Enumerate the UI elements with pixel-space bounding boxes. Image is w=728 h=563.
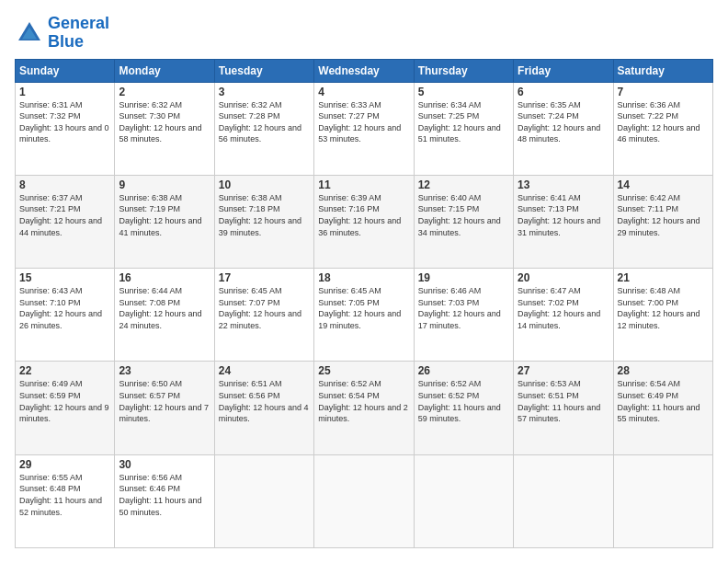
calendar-cell: [314, 454, 414, 547]
calendar-cell: 19 Sunrise: 6:46 AMSunset: 7:03 PMDaylig…: [414, 269, 513, 362]
day-number: 27: [518, 364, 609, 377]
day-info: Sunrise: 6:44 AMSunset: 7:08 PMDaylight:…: [119, 286, 201, 330]
day-info: Sunrise: 6:35 AMSunset: 7:24 PMDaylight:…: [518, 100, 600, 144]
day-number: 9: [119, 178, 210, 191]
calendar-cell: 25 Sunrise: 6:52 AMSunset: 6:54 PMDaylig…: [314, 362, 414, 454]
page: General Blue SundayMondayTuesdayWednesda…: [0, 0, 728, 563]
day-info: Sunrise: 6:39 AMSunset: 7:16 PMDaylight:…: [318, 193, 401, 237]
calendar-cell: 12 Sunrise: 6:40 AMSunset: 7:15 PMDaylig…: [414, 175, 513, 268]
logo-icon: [15, 18, 44, 48]
day-number: 2: [119, 86, 210, 98]
day-info: Sunrise: 6:34 AMSunset: 7:25 PMDaylight:…: [418, 100, 501, 144]
calendar-cell: 29 Sunrise: 6:55 AMSunset: 6:48 PMDaylig…: [16, 454, 115, 547]
calendar-cell: [214, 454, 313, 547]
calendar-cell: 5 Sunrise: 6:34 AMSunset: 7:25 PMDayligh…: [414, 82, 513, 175]
weekday-header: Friday: [514, 59, 613, 82]
logo-blue: Blue: [48, 32, 84, 51]
day-number: 4: [318, 86, 409, 98]
calendar-cell: 17 Sunrise: 6:45 AMSunset: 7:07 PMDaylig…: [214, 269, 313, 362]
header: General Blue: [15, 15, 713, 52]
weekday-header: Thursday: [414, 59, 513, 82]
day-info: Sunrise: 6:55 AMSunset: 6:48 PMDaylight:…: [19, 473, 102, 517]
calendar-cell: 27 Sunrise: 6:53 AMSunset: 6:51 PMDaylig…: [514, 362, 613, 454]
calendar-cell: 10 Sunrise: 6:38 AMSunset: 7:18 PMDaylig…: [214, 175, 313, 268]
calendar-cell: 8 Sunrise: 6:37 AMSunset: 7:21 PMDayligh…: [16, 175, 115, 268]
day-number: 7: [618, 86, 709, 98]
day-info: Sunrise: 6:47 AMSunset: 7:02 PMDaylight:…: [518, 286, 600, 330]
calendar-cell: 9 Sunrise: 6:38 AMSunset: 7:19 PMDayligh…: [115, 175, 214, 268]
day-number: 18: [318, 271, 409, 284]
day-info: Sunrise: 6:41 AMSunset: 7:13 PMDaylight:…: [518, 193, 600, 237]
day-info: Sunrise: 6:32 AMSunset: 7:30 PMDaylight:…: [119, 100, 201, 144]
calendar-cell: 4 Sunrise: 6:33 AMSunset: 7:27 PMDayligh…: [314, 82, 414, 175]
day-number: 11: [318, 178, 409, 191]
day-number: 21: [618, 271, 709, 284]
day-info: Sunrise: 6:46 AMSunset: 7:03 PMDaylight:…: [418, 286, 501, 330]
day-number: 1: [19, 86, 110, 98]
day-info: Sunrise: 6:56 AMSunset: 6:46 PMDaylight:…: [119, 473, 201, 517]
calendar-cell: 22 Sunrise: 6:49 AMSunset: 6:59 PMDaylig…: [16, 362, 115, 454]
day-number: 22: [19, 364, 110, 377]
day-info: Sunrise: 6:36 AMSunset: 7:22 PMDaylight:…: [618, 100, 700, 144]
calendar-cell: [613, 454, 712, 547]
day-number: 5: [418, 86, 509, 98]
calendar-table: SundayMondayTuesdayWednesdayThursdayFrid…: [15, 59, 713, 548]
day-info: Sunrise: 6:37 AMSunset: 7:21 PMDaylight:…: [19, 193, 102, 237]
calendar-cell: 26 Sunrise: 6:52 AMSunset: 6:52 PMDaylig…: [414, 362, 513, 454]
day-info: Sunrise: 6:51 AMSunset: 6:56 PMDaylight:…: [219, 379, 309, 423]
day-info: Sunrise: 6:33 AMSunset: 7:27 PMDaylight:…: [318, 100, 401, 144]
weekday-header: Saturday: [613, 59, 712, 82]
calendar-cell: 28 Sunrise: 6:54 AMSunset: 6:49 PMDaylig…: [613, 362, 712, 454]
day-info: Sunrise: 6:50 AMSunset: 6:57 PMDaylight:…: [119, 379, 209, 423]
day-number: 26: [418, 364, 509, 377]
day-info: Sunrise: 6:42 AMSunset: 7:11 PMDaylight:…: [618, 193, 700, 237]
day-number: 14: [618, 178, 709, 191]
day-info: Sunrise: 6:31 AMSunset: 7:32 PMDaylight:…: [19, 100, 109, 144]
weekday-header: Monday: [115, 59, 214, 82]
day-info: Sunrise: 6:53 AMSunset: 6:51 PMDaylight:…: [518, 379, 600, 423]
calendar-cell: 18 Sunrise: 6:45 AMSunset: 7:05 PMDaylig…: [314, 269, 414, 362]
day-info: Sunrise: 6:49 AMSunset: 6:59 PMDaylight:…: [19, 379, 109, 423]
day-info: Sunrise: 6:52 AMSunset: 6:52 PMDaylight:…: [418, 379, 501, 423]
day-info: Sunrise: 6:43 AMSunset: 7:10 PMDaylight:…: [19, 286, 102, 330]
weekday-header: Wednesday: [314, 59, 414, 82]
day-info: Sunrise: 6:32 AMSunset: 7:28 PMDaylight:…: [219, 100, 301, 144]
calendar-cell: 11 Sunrise: 6:39 AMSunset: 7:16 PMDaylig…: [314, 175, 414, 268]
day-number: 16: [119, 271, 210, 284]
calendar-cell: 15 Sunrise: 6:43 AMSunset: 7:10 PMDaylig…: [16, 269, 115, 362]
calendar-cell: 21 Sunrise: 6:48 AMSunset: 7:00 PMDaylig…: [613, 269, 712, 362]
day-number: 13: [518, 178, 609, 191]
day-info: Sunrise: 6:38 AMSunset: 7:18 PMDaylight:…: [219, 193, 301, 237]
calendar-cell: 1 Sunrise: 6:31 AMSunset: 7:32 PMDayligh…: [16, 82, 115, 175]
day-info: Sunrise: 6:52 AMSunset: 6:54 PMDaylight:…: [318, 379, 408, 423]
day-number: 19: [418, 271, 509, 284]
calendar-cell: 6 Sunrise: 6:35 AMSunset: 7:24 PMDayligh…: [514, 82, 613, 175]
day-info: Sunrise: 6:54 AMSunset: 6:49 PMDaylight:…: [618, 379, 700, 423]
day-number: 17: [219, 271, 310, 284]
day-number: 28: [618, 364, 709, 377]
day-info: Sunrise: 6:38 AMSunset: 7:19 PMDaylight:…: [119, 193, 201, 237]
calendar-cell: 2 Sunrise: 6:32 AMSunset: 7:30 PMDayligh…: [115, 82, 214, 175]
day-info: Sunrise: 6:45 AMSunset: 7:07 PMDaylight:…: [219, 286, 301, 330]
day-number: 15: [19, 271, 110, 284]
calendar-cell: 13 Sunrise: 6:41 AMSunset: 7:13 PMDaylig…: [514, 175, 613, 268]
logo-general: General: [48, 14, 109, 32]
day-number: 8: [19, 178, 110, 191]
weekday-header: Sunday: [16, 59, 115, 82]
day-number: 23: [119, 364, 210, 377]
day-number: 12: [418, 178, 509, 191]
calendar-cell: 24 Sunrise: 6:51 AMSunset: 6:56 PMDaylig…: [214, 362, 313, 454]
calendar-cell: [414, 454, 513, 547]
calendar-cell: 16 Sunrise: 6:44 AMSunset: 7:08 PMDaylig…: [115, 269, 214, 362]
weekday-header: Tuesday: [214, 59, 313, 82]
calendar-cell: [514, 454, 613, 547]
day-number: 10: [219, 178, 310, 191]
calendar-cell: 23 Sunrise: 6:50 AMSunset: 6:57 PMDaylig…: [115, 362, 214, 454]
calendar-cell: 30 Sunrise: 6:56 AMSunset: 6:46 PMDaylig…: [115, 454, 214, 547]
day-info: Sunrise: 6:40 AMSunset: 7:15 PMDaylight:…: [418, 193, 501, 237]
logo: General Blue: [15, 15, 109, 52]
day-number: 24: [219, 364, 310, 377]
calendar-cell: 14 Sunrise: 6:42 AMSunset: 7:11 PMDaylig…: [613, 175, 712, 268]
day-number: 6: [518, 86, 609, 98]
day-number: 25: [318, 364, 409, 377]
